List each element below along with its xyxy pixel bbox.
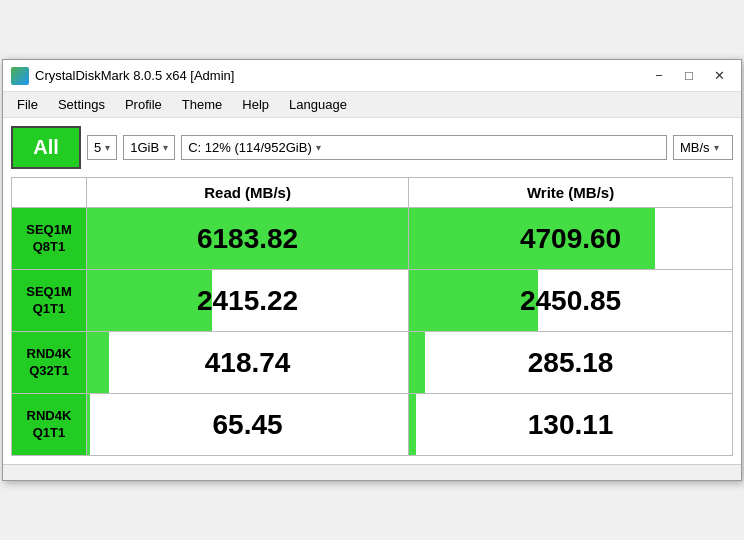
read-cell: 418.74 bbox=[87, 332, 409, 394]
header-empty bbox=[12, 178, 87, 208]
bench-table: Read (MB/s) Write (MB/s) SEQ1MQ8T1 6183.… bbox=[11, 177, 733, 456]
row-label-line1: SEQ1M bbox=[26, 222, 72, 237]
window-title: CrystalDiskMark 8.0.5 x64 [Admin] bbox=[35, 68, 234, 83]
menu-help[interactable]: Help bbox=[232, 94, 279, 115]
write-value: 2450.85 bbox=[409, 270, 732, 331]
size-dropdown[interactable]: 1GiB ▾ bbox=[123, 135, 175, 160]
write-value: 130.11 bbox=[409, 394, 732, 455]
read-value: 6183.82 bbox=[87, 208, 408, 269]
main-content: All 5 ▾ 1GiB ▾ C: 12% (114/952GiB) ▾ MB/… bbox=[3, 118, 741, 464]
count-dropdown[interactable]: 5 ▾ bbox=[87, 135, 117, 160]
row-label-line1: RND4K bbox=[27, 408, 72, 423]
read-cell: 65.45 bbox=[87, 394, 409, 456]
write-value: 4709.60 bbox=[409, 208, 732, 269]
app-window: CrystalDiskMark 8.0.5 x64 [Admin] − □ ✕ … bbox=[2, 59, 742, 481]
footer bbox=[3, 464, 741, 480]
header-read: Read (MB/s) bbox=[87, 178, 409, 208]
unit-dropdown[interactable]: MB/s ▾ bbox=[673, 135, 733, 160]
close-button[interactable]: ✕ bbox=[705, 66, 733, 86]
read-value: 418.74 bbox=[87, 332, 408, 393]
menu-theme[interactable]: Theme bbox=[172, 94, 232, 115]
count-arrow: ▾ bbox=[105, 142, 110, 153]
row-label: RND4KQ32T1 bbox=[12, 332, 87, 394]
read-cell: 6183.82 bbox=[87, 208, 409, 270]
all-button[interactable]: All bbox=[11, 126, 81, 169]
menu-profile[interactable]: Profile bbox=[115, 94, 172, 115]
row-label: SEQ1MQ1T1 bbox=[12, 270, 87, 332]
table-row: RND4KQ1T1 65.45 130.11 bbox=[12, 394, 733, 456]
row-label-line2: Q32T1 bbox=[29, 363, 69, 378]
table-row: SEQ1MQ1T1 2415.22 2450.85 bbox=[12, 270, 733, 332]
disk-arrow: ▾ bbox=[316, 142, 321, 153]
table-row: SEQ1MQ8T1 6183.82 4709.60 bbox=[12, 208, 733, 270]
write-cell: 4709.60 bbox=[409, 208, 733, 270]
row-label: RND4KQ1T1 bbox=[12, 394, 87, 456]
title-bar-left: CrystalDiskMark 8.0.5 x64 [Admin] bbox=[11, 67, 234, 85]
size-value: 1GiB bbox=[130, 140, 159, 155]
disk-dropdown[interactable]: C: 12% (114/952GiB) ▾ bbox=[181, 135, 667, 160]
minimize-button[interactable]: − bbox=[645, 66, 673, 86]
read-cell: 2415.22 bbox=[87, 270, 409, 332]
unit-arrow: ▾ bbox=[714, 142, 719, 153]
controls-row: All 5 ▾ 1GiB ▾ C: 12% (114/952GiB) ▾ MB/… bbox=[11, 126, 733, 169]
menu-language[interactable]: Language bbox=[279, 94, 357, 115]
header-write: Write (MB/s) bbox=[409, 178, 733, 208]
row-label-line1: SEQ1M bbox=[26, 284, 72, 299]
row-label-line2: Q8T1 bbox=[33, 239, 66, 254]
title-bar-buttons: − □ ✕ bbox=[645, 66, 733, 86]
write-value: 285.18 bbox=[409, 332, 732, 393]
row-label-line2: Q1T1 bbox=[33, 301, 66, 316]
table-row: RND4KQ32T1 418.74 285.18 bbox=[12, 332, 733, 394]
menu-bar: File Settings Profile Theme Help Languag… bbox=[3, 92, 741, 118]
count-value: 5 bbox=[94, 140, 101, 155]
read-value: 2415.22 bbox=[87, 270, 408, 331]
row-label-line2: Q1T1 bbox=[33, 425, 66, 440]
size-arrow: ▾ bbox=[163, 142, 168, 153]
read-value: 65.45 bbox=[87, 394, 408, 455]
unit-value: MB/s bbox=[680, 140, 710, 155]
write-cell: 2450.85 bbox=[409, 270, 733, 332]
title-bar: CrystalDiskMark 8.0.5 x64 [Admin] − □ ✕ bbox=[3, 60, 741, 92]
menu-settings[interactable]: Settings bbox=[48, 94, 115, 115]
row-label-line1: RND4K bbox=[27, 346, 72, 361]
menu-file[interactable]: File bbox=[7, 94, 48, 115]
write-cell: 130.11 bbox=[409, 394, 733, 456]
disk-value: C: 12% (114/952GiB) bbox=[188, 140, 312, 155]
row-label: SEQ1MQ8T1 bbox=[12, 208, 87, 270]
maximize-button[interactable]: □ bbox=[675, 66, 703, 86]
write-cell: 285.18 bbox=[409, 332, 733, 394]
app-icon bbox=[11, 67, 29, 85]
